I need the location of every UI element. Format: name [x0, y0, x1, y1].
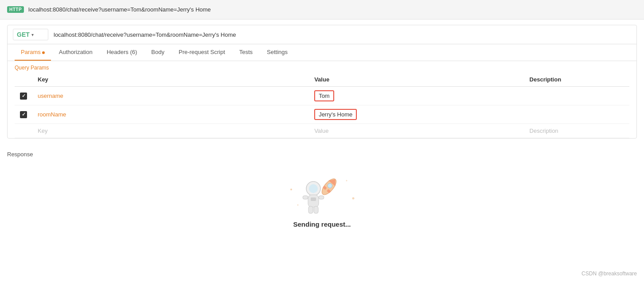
params-table-wrap: Key Value Description username Tom — [8, 73, 636, 138]
table-header-row: Key Value Description — [15, 73, 629, 87]
request-panel: GET ▾ Params Authorization Headers (6) B… — [7, 25, 637, 139]
tab-params[interactable]: Params — [15, 44, 51, 61]
tab-body[interactable]: Body — [145, 44, 171, 61]
empty-desc-placeholder: Description — [530, 127, 558, 134]
row2-key[interactable]: roomName — [38, 111, 66, 118]
params-dot — [42, 51, 45, 54]
svg-point-6 — [309, 184, 318, 193]
row1-checkbox-cell — [15, 87, 32, 105]
col-key-header: Key — [32, 73, 309, 87]
row1-desc-cell — [524, 87, 629, 105]
tab-headers[interactable]: Headers (6) — [101, 44, 144, 61]
url-input[interactable] — [52, 31, 631, 39]
svg-point-16 — [346, 180, 347, 182]
col-description-header: Description — [524, 73, 629, 87]
title-bar: HTTP localhost:8080/chat/receive?usernam… — [0, 0, 644, 19]
tab-settings[interactable]: Settings — [261, 44, 294, 61]
chevron-down-icon: ▾ — [31, 32, 34, 37]
svg-rect-10 — [308, 206, 313, 213]
tab-tests[interactable]: Tests — [233, 44, 259, 61]
query-params-label: Query Params — [8, 61, 636, 73]
headers-badge: (6) — [130, 49, 137, 55]
svg-rect-11 — [314, 206, 318, 213]
tab-prerequest[interactable]: Pre-request Script — [172, 44, 231, 61]
svg-point-15 — [297, 205, 298, 206]
svg-point-14 — [352, 197, 354, 200]
table-row-empty: Key Value Description — [15, 124, 629, 138]
row2-value-cell: Jerry's Home — [309, 105, 524, 124]
svg-rect-12 — [311, 197, 316, 201]
sending-text: Sending request... — [293, 220, 351, 228]
table-row: roomName Jerry's Home — [15, 105, 629, 124]
params-table: Key Value Description username Tom — [15, 73, 629, 138]
empty-value-cell: Value — [309, 124, 524, 138]
row2-value[interactable]: Jerry's Home — [314, 109, 357, 120]
title-url: localhost:8080/chat/receive?username=Tom… — [28, 6, 211, 13]
tabs-bar: Params Authorization Headers (6) Body Pr… — [8, 44, 636, 61]
row1-value-cell: Tom — [309, 87, 524, 105]
row1-checkbox[interactable] — [20, 93, 27, 100]
table-row: username Tom — [15, 87, 629, 105]
response-section: Response — [0, 144, 644, 240]
row1-value[interactable]: Tom — [314, 90, 334, 101]
row2-checkbox-cell — [15, 105, 32, 124]
row2-key-cell: roomName — [32, 105, 309, 124]
svg-rect-8 — [303, 196, 308, 199]
col-checkbox — [15, 73, 32, 87]
watermark: CSDN @breaksoftware — [582, 270, 637, 277]
row2-checkbox[interactable] — [20, 111, 27, 118]
url-bar: GET ▾ — [8, 25, 636, 44]
empty-key-cell: Key — [32, 124, 309, 138]
empty-checkbox-cell — [15, 124, 32, 138]
method-label: GET — [17, 31, 30, 38]
astronaut-illustration — [278, 172, 367, 220]
row1-key-cell: username — [32, 87, 309, 105]
response-label: Response — [7, 151, 637, 158]
row2-desc-cell — [524, 105, 629, 124]
empty-desc-cell: Description — [524, 124, 629, 138]
method-select[interactable]: GET ▾ — [13, 29, 48, 40]
col-value-header: Value — [309, 73, 524, 87]
http-badge: HTTP — [7, 6, 24, 13]
sending-area: Sending request... — [7, 163, 637, 237]
empty-key-placeholder[interactable]: Key — [38, 127, 47, 134]
svg-rect-9 — [319, 196, 324, 199]
row1-key[interactable]: username — [38, 93, 63, 99]
svg-point-13 — [290, 189, 292, 190]
tab-authorization[interactable]: Authorization — [53, 44, 99, 61]
empty-value-placeholder[interactable]: Value — [314, 127, 328, 134]
